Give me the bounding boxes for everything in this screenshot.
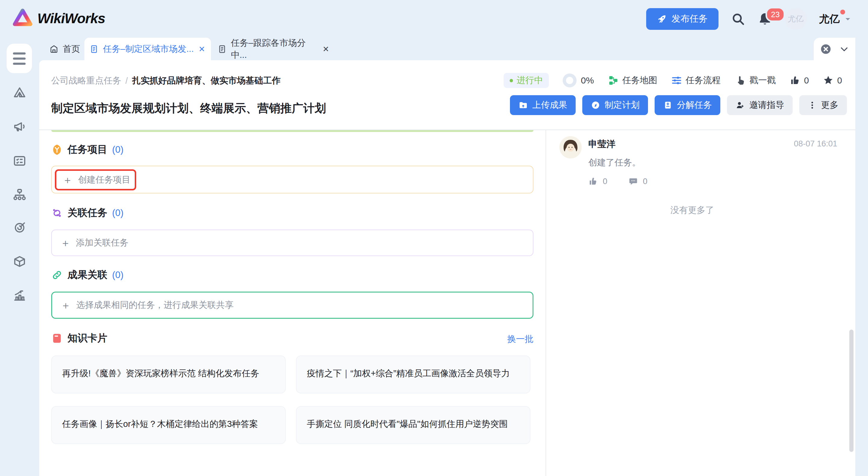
comment-content: 创建了任务。 (588, 157, 641, 169)
tab-controls (814, 38, 855, 60)
status-badge: 进行中 (504, 73, 549, 88)
tab-list-chevron-icon[interactable] (839, 44, 849, 54)
rocket-icon (657, 14, 667, 24)
document-icon (90, 44, 98, 54)
home-page-icon (50, 44, 59, 54)
avatar[interactable]: 尤亿 (785, 8, 807, 30)
create-task-project-button[interactable]: ＋ 创建任务项目 (55, 169, 136, 190)
publish-task-button[interactable]: 发布任务 (646, 8, 718, 30)
plus-icon: ＋ (60, 238, 70, 248)
notifications-bell-icon[interactable]: 23 (758, 12, 772, 26)
knowledge-card-icon (51, 332, 63, 344)
section-header-project: 任务项目 (0) (51, 143, 124, 156)
poke-hand-icon (735, 75, 746, 86)
search-icon[interactable] (731, 12, 745, 26)
section-header-outcome: 成果关联 (0) (51, 268, 124, 282)
comment-reply-button[interactable]: 0 (628, 177, 647, 186)
menu-hamburger-icon[interactable] (7, 44, 32, 73)
brand-name: WikiWorks (37, 10, 105, 27)
section-count: (0) (112, 208, 124, 218)
sidebar-item-task-list[interactable] (12, 154, 27, 168)
knowledge-card[interactable]: 手撕定位 同质化时代看"爆品"如何抓住用户逆势突围 (296, 406, 530, 444)
create-task-project-label: 创建任务项目 (78, 174, 130, 186)
upload-results-button[interactable]: 上传成果 (510, 95, 576, 115)
sidebar-item-announcement[interactable] (12, 119, 27, 134)
comment-reply-count: 0 (643, 177, 647, 186)
task-detail-column: 任务项目 (0) ＋ 创建任务项目 关联任务 (0) (51, 130, 533, 476)
commenter-avatar[interactable] (559, 136, 582, 158)
close-tab-icon[interactable]: ✕ (198, 45, 206, 53)
tab-home[interactable]: 首页 (48, 38, 82, 60)
kebab-menu-icon (808, 101, 817, 110)
comment-bubble-icon (628, 177, 638, 186)
add-related-task-label: 添加关联任务 (76, 237, 128, 249)
upload-results-label: 上传成果 (532, 99, 567, 111)
comment-like-button[interactable]: 0 (588, 177, 607, 186)
sidebar-item-org-structure[interactable] (12, 187, 27, 202)
tab-current-task[interactable]: 任务–制定区域市场发... ✕ (84, 38, 211, 60)
action-buttons: 上传成果 制定计划 分解任务 (510, 95, 847, 115)
task-map-button[interactable]: 任务地图 (608, 74, 657, 87)
close-tab-icon[interactable]: ✕ (322, 45, 330, 53)
status-bar: 进行中 0% 任务地图 (504, 73, 842, 88)
more-label: 更多 (821, 99, 838, 111)
select-outcome-task-label: 选择成果相同的任务，进行成果关联共享 (76, 299, 234, 311)
chevron-down-icon (843, 14, 852, 24)
make-plan-label: 制定计划 (604, 99, 640, 111)
tab-strip: 首页 任务–制定区域市场发... ✕ 任务–跟踪各市场分中... ✕ (39, 38, 855, 60)
task-map-icon (608, 75, 619, 86)
refresh-cards-link[interactable]: 换一批 (507, 333, 533, 345)
add-related-task-button[interactable]: ＋ 添加关联任务 (51, 229, 533, 256)
related-task-icon (51, 207, 63, 219)
star-icon (823, 75, 834, 86)
breadcrumb-parent[interactable]: 公司战略重点任务 (51, 75, 121, 87)
like-counter[interactable]: 0 (789, 75, 809, 86)
no-more-label: 没有更多了 (546, 204, 838, 216)
breadcrumb: 公司战略重点任务 / 扎实抓好品牌培育、做实市场基础工作 (51, 75, 281, 87)
publish-task-label: 发布任务 (672, 13, 708, 25)
brand-logo-icon (13, 8, 33, 28)
star-counter[interactable]: 0 (823, 75, 842, 86)
section-title: 任务项目 (67, 143, 107, 156)
section-title: 知识卡片 (67, 331, 107, 345)
comment-timestamp: 08-07 16:01 (794, 139, 837, 149)
user-menu[interactable]: 尤亿 (819, 12, 852, 26)
scrollbar-thumb[interactable] (849, 329, 854, 452)
sidebar-item-goals[interactable] (12, 221, 27, 235)
comment-actions: 0 0 (588, 177, 647, 186)
split-task-label: 分解任务 (677, 99, 712, 111)
progress-percent: 0% (581, 75, 594, 86)
tab-other-task[interactable]: 任务–跟踪各市场分中... ✕ (218, 38, 330, 60)
commenter-name[interactable]: 申莹洋 (588, 138, 615, 150)
sidebar-item-statistics[interactable] (12, 289, 27, 303)
left-sidebar (0, 38, 39, 476)
progress-ring (563, 73, 577, 87)
task-project-icon (51, 144, 63, 155)
plus-icon: ＋ (61, 300, 71, 310)
invite-guidance-button[interactable]: 邀请指导 (727, 95, 793, 115)
poke-label: 戳一戳 (749, 74, 776, 87)
split-task-button[interactable]: 分解任务 (655, 95, 720, 115)
outcome-link-icon (51, 269, 63, 281)
sidebar-item-products[interactable] (12, 254, 27, 269)
make-plan-button[interactable]: 制定计划 (582, 95, 648, 115)
username: 尤亿 (819, 12, 840, 26)
knowledge-card[interactable]: 再升级!《魔兽》资深玩家榜样示范 结构化发布任务 (51, 355, 286, 393)
select-outcome-task-button[interactable]: ＋ 选择成果相同的任务，进行成果关联共享 (51, 292, 533, 319)
activity-panel: 申莹洋 08-07 16:01 创建了任务。 0 (546, 130, 855, 476)
like-count: 0 (804, 75, 809, 86)
knowledge-card[interactable]: 疫情之下｜“加权+综合”精准员工画像激活全员领导力 (296, 355, 530, 393)
app-window: WikiWorks 发布任务 (0, 0, 868, 476)
section-title: 成果关联 (67, 268, 107, 282)
close-all-tabs-icon[interactable] (820, 43, 832, 55)
task-project-box[interactable]: ＋ 创建任务项目 (51, 166, 533, 193)
poke-button[interactable]: 戳一戳 (735, 74, 776, 87)
sidebar-item-workspace[interactable] (12, 86, 27, 101)
task-flow-button[interactable]: 任务流程 (671, 74, 721, 87)
more-button[interactable]: 更多 (799, 95, 847, 115)
thumbs-up-icon (789, 75, 801, 86)
knowledge-card[interactable]: 任务画像｜扬长or补短？木桶定律给出的第3种答案 (51, 406, 286, 444)
doc-plus-icon (663, 100, 673, 110)
task-flow-label: 任务流程 (686, 74, 721, 87)
brand[interactable]: WikiWorks (13, 8, 105, 28)
